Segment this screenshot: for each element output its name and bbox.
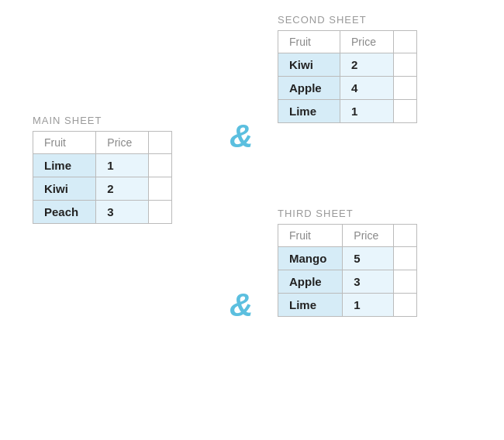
second-header-extra [394, 31, 417, 53]
table-row: Lime1 [33, 154, 172, 177]
extra-cell [394, 294, 417, 317]
extra-cell [394, 77, 417, 100]
second-sheet: SECOND SHEET Fruit Price Kiwi2Apple4Lime… [278, 14, 417, 123]
fruit-cell: Peach [33, 201, 96, 224]
third-sheet-label: THIRD SHEET [278, 208, 417, 219]
fruit-cell: Lime [278, 294, 343, 317]
ampersand-bottom: & [230, 287, 253, 324]
third-header-extra [394, 225, 417, 247]
table-row: Peach3 [33, 201, 172, 224]
second-sheet-table: Fruit Price Kiwi2Apple4Lime1 [278, 30, 417, 123]
extra-cell [394, 247, 417, 270]
price-cell: 1 [340, 100, 394, 123]
main-sheet: MAIN SHEET Fruit Price Lime1Kiwi2Peach3 [33, 115, 172, 224]
fruit-cell: Lime [33, 154, 96, 177]
second-sheet-label: SECOND SHEET [278, 14, 417, 26]
extra-cell [394, 100, 417, 123]
main-sheet-table: Fruit Price Lime1Kiwi2Peach3 [33, 131, 172, 224]
price-cell: 1 [343, 294, 394, 317]
fruit-cell: Apple [278, 270, 343, 294]
third-sheet: THIRD SHEET Fruit Price Mango5Apple3Lime… [278, 208, 417, 317]
fruit-cell: Kiwi [278, 53, 340, 77]
price-cell: 4 [340, 77, 394, 100]
third-header-price: Price [343, 225, 394, 247]
price-cell: 2 [340, 53, 394, 77]
price-cell: 5 [343, 247, 394, 270]
fruit-cell: Apple [278, 77, 340, 100]
price-cell: 3 [343, 270, 394, 294]
table-row: Mango5 [278, 247, 417, 270]
price-cell: 2 [96, 177, 149, 201]
extra-cell [149, 177, 172, 201]
table-row: Kiwi2 [33, 177, 172, 201]
main-header-extra [149, 132, 172, 154]
fruit-cell: Mango [278, 247, 343, 270]
ampersand-top: & [230, 118, 253, 155]
fruit-cell: Lime [278, 100, 340, 123]
extra-cell [149, 201, 172, 224]
third-sheet-table: Fruit Price Mango5Apple3Lime1 [278, 224, 417, 317]
extra-cell [149, 154, 172, 177]
second-header-fruit: Fruit [278, 31, 340, 53]
second-header-price: Price [340, 31, 394, 53]
table-row: Kiwi2 [278, 53, 417, 77]
price-cell: 3 [96, 201, 149, 224]
main-header-price: Price [96, 132, 149, 154]
table-row: Apple4 [278, 77, 417, 100]
main-sheet-label: MAIN SHEET [33, 115, 172, 126]
table-row: Lime1 [278, 294, 417, 317]
main-header-fruit: Fruit [33, 132, 96, 154]
price-cell: 1 [96, 154, 149, 177]
fruit-cell: Kiwi [33, 177, 96, 201]
table-row: Apple3 [278, 270, 417, 294]
third-header-fruit: Fruit [278, 225, 343, 247]
extra-cell [394, 53, 417, 77]
table-row: Lime1 [278, 100, 417, 123]
extra-cell [394, 270, 417, 294]
